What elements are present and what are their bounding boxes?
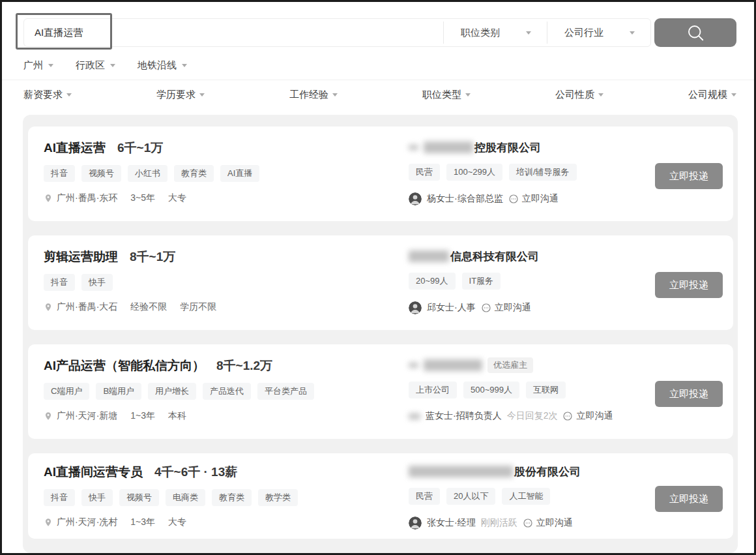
filter-job-type[interactable]: 职位类型 bbox=[422, 89, 471, 101]
recruiter-avatar bbox=[409, 517, 422, 530]
job-category-dropdown[interactable]: 职位类别 bbox=[444, 27, 547, 39]
chevron-down-icon bbox=[66, 93, 72, 97]
job-education: 大专 bbox=[168, 517, 186, 528]
chevron-down-icon bbox=[48, 64, 53, 67]
chat-link[interactable]: 立即沟通 bbox=[562, 410, 613, 422]
search-bar: 职位类别 公司行业 bbox=[23, 18, 736, 47]
job-tag: 教学类 bbox=[258, 489, 298, 506]
company-name[interactable]: 控股有限公司 bbox=[474, 140, 541, 155]
job-tag: 电商类 bbox=[166, 489, 205, 506]
company-tag: 20~99人 bbox=[409, 273, 456, 290]
recruiter-status: 刚刚活跃 bbox=[481, 517, 517, 529]
district-label: 行政区 bbox=[76, 59, 105, 72]
chat-link[interactable]: 立即沟通 bbox=[481, 302, 531, 314]
job-title[interactable]: 剪辑运营助理 bbox=[44, 248, 118, 265]
chevron-down-icon bbox=[332, 93, 338, 97]
apply-button[interactable]: 立即投递 bbox=[655, 486, 723, 512]
filter-company-type[interactable]: 公司性质 bbox=[555, 89, 603, 101]
job-card[interactable]: AI直播间运营专员 4千~6千 · 13薪 抖音快手视频号电商类教育类教学类 广… bbox=[28, 453, 733, 539]
job-salary: 8千~1.2万 bbox=[216, 357, 272, 374]
recruiter-avatar-redacted bbox=[409, 413, 420, 419]
job-tag: 平台类产品 bbox=[257, 383, 314, 400]
chevron-down-icon bbox=[110, 64, 115, 67]
job-location: 广州·天河·新塘 bbox=[57, 410, 117, 422]
job-tags: 抖音快手 bbox=[44, 274, 409, 291]
company-tag: 100~299人 bbox=[446, 164, 502, 181]
job-category-label: 职位类别 bbox=[461, 27, 500, 39]
filter-salary[interactable]: 薪资要求 bbox=[23, 89, 72, 101]
company-name[interactable]: 股份有限公司 bbox=[514, 464, 581, 479]
chevron-down-icon bbox=[182, 64, 187, 67]
pin-icon bbox=[44, 411, 53, 421]
filter-company-size[interactable]: 公司规模 bbox=[688, 89, 736, 101]
company-name-redacted bbox=[409, 466, 513, 477]
company-logo-redacted bbox=[409, 145, 418, 150]
chevron-down-icon bbox=[598, 93, 603, 97]
job-tags: 抖音快手视频号电商类教育类教学类 bbox=[44, 489, 409, 506]
chat-icon bbox=[562, 411, 573, 421]
company-tags: 民营20人以下人工智能 bbox=[409, 488, 638, 505]
job-experience: 1~3年 bbox=[130, 517, 155, 528]
chevron-down-icon bbox=[465, 93, 471, 97]
company-tags: 20~99人IT服务 bbox=[409, 273, 638, 290]
pin-icon bbox=[44, 302, 53, 312]
company-tag: 人工智能 bbox=[502, 488, 550, 505]
company-tags: 民营100~299人培训/辅导服务 bbox=[409, 164, 638, 181]
company-tag: 互联网 bbox=[526, 382, 566, 398]
job-education: 本科 bbox=[168, 410, 186, 422]
company-tag: 培训/辅导服务 bbox=[509, 164, 577, 181]
company-tag: 20人以下 bbox=[446, 488, 495, 505]
job-tag: 快手 bbox=[81, 274, 113, 291]
job-tag: 视频号 bbox=[119, 489, 159, 506]
company-tag: IT服务 bbox=[462, 273, 501, 290]
apply-button[interactable]: 立即投递 bbox=[655, 272, 723, 298]
company-logo-redacted bbox=[409, 363, 418, 368]
apply-button[interactable]: 立即投递 bbox=[655, 163, 723, 189]
chat-link[interactable]: 立即沟通 bbox=[508, 193, 559, 205]
job-card[interactable]: 剪辑运营助理 8千~1万 抖音快手 广州·番禺·大石 经验不限 学历不限 bbox=[28, 235, 733, 330]
company-name[interactable]: 信息科技有限公司 bbox=[450, 249, 539, 264]
preferred-employer-badge: 优选雇主 bbox=[487, 357, 533, 373]
job-tag: 快手 bbox=[81, 489, 113, 506]
filter-row: 薪资要求 学历要求 工作经验 职位类型 公司性质 公司规模 bbox=[23, 80, 736, 109]
metro-label: 地铁沿线 bbox=[138, 59, 177, 72]
company-tag: 500~999人 bbox=[463, 382, 519, 398]
filter-experience[interactable]: 工作经验 bbox=[289, 89, 338, 101]
job-card[interactable]: AI产品运营（智能私信方向） 8千~1.2万 C端用户B端用户用户增长产品迭代平… bbox=[28, 344, 733, 439]
recruiter-avatar bbox=[409, 301, 422, 314]
job-card[interactable]: AI直播运营 6千~1万 抖音视频号小红书教育类AI直播 广州·番禺·东环 3~… bbox=[28, 127, 733, 221]
job-location: 广州·天河·冼村 bbox=[57, 517, 117, 528]
filter-education[interactable]: 学历要求 bbox=[156, 89, 205, 101]
job-experience: 3~5年 bbox=[130, 192, 155, 204]
city-filter-row: 广州 行政区 地铁沿线 bbox=[23, 57, 736, 74]
recruiter-name: 杨女士·综合部总监 bbox=[427, 193, 503, 205]
metro-filter[interactable]: 地铁沿线 bbox=[138, 59, 187, 72]
job-tag: 教育类 bbox=[174, 165, 214, 182]
job-title[interactable]: AI直播运营 bbox=[44, 140, 106, 157]
search-box: 职位类别 公司行业 bbox=[23, 18, 651, 47]
company-tag: 民营 bbox=[409, 488, 440, 505]
company-tag: 民营 bbox=[409, 164, 440, 181]
chevron-down-icon bbox=[199, 93, 205, 97]
chevron-down-icon bbox=[731, 93, 736, 97]
apply-button[interactable]: 立即投递 bbox=[655, 381, 723, 407]
job-tag: 抖音 bbox=[44, 165, 75, 182]
chat-icon bbox=[481, 303, 491, 313]
chat-link[interactable]: 立即沟通 bbox=[523, 517, 573, 529]
chat-icon bbox=[523, 518, 533, 528]
job-tag: 抖音 bbox=[44, 489, 75, 506]
search-icon bbox=[686, 23, 705, 42]
job-title[interactable]: AI直播间运营专员 bbox=[44, 464, 143, 481]
job-experience: 1~3年 bbox=[130, 410, 155, 422]
search-button[interactable] bbox=[654, 18, 736, 47]
city-filter[interactable]: 广州 bbox=[23, 59, 53, 72]
job-salary: 4千~6千 · 13薪 bbox=[154, 464, 237, 481]
industry-dropdown[interactable]: 公司行业 bbox=[547, 27, 650, 39]
job-title[interactable]: AI产品运营（智能私信方向） bbox=[44, 357, 205, 374]
job-tag: 视频号 bbox=[81, 165, 121, 182]
district-filter[interactable]: 行政区 bbox=[76, 59, 115, 72]
recruiter-status: 今日回复2次 bbox=[507, 410, 558, 422]
search-input[interactable] bbox=[24, 27, 443, 38]
job-tag: 抖音 bbox=[44, 274, 75, 291]
company-name-redacted bbox=[424, 142, 473, 153]
